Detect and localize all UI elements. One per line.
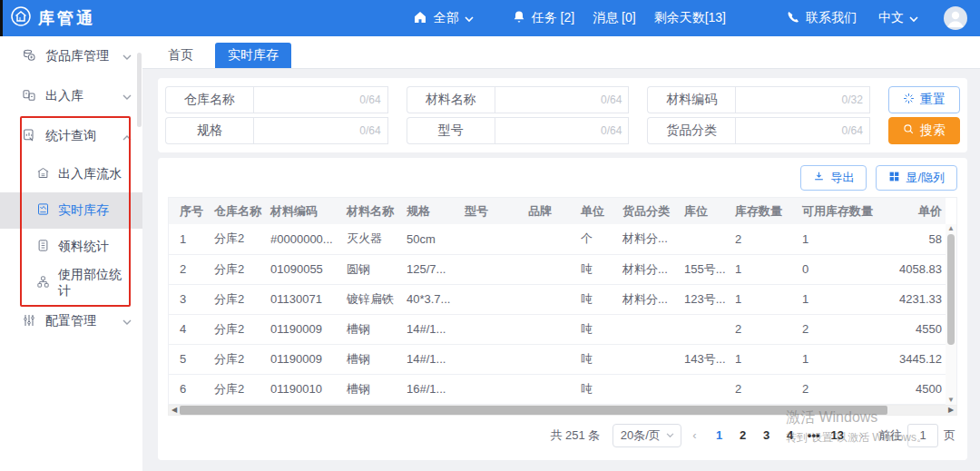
contact-us-link[interactable]: 联系我们 xyxy=(786,10,857,27)
goods-category-input[interactable] xyxy=(736,118,869,143)
table-header-cell: 材料名称 xyxy=(341,198,401,224)
table-cell: 4 xyxy=(169,314,209,344)
sidebar-item-label: 出入库 xyxy=(45,88,83,104)
table-cell xyxy=(459,344,523,374)
export-button[interactable]: 导出 xyxy=(800,165,867,191)
table-cell xyxy=(523,314,575,344)
sidebar-item-material-statistics[interactable]: 领料统计 xyxy=(0,229,142,265)
field-label: 材料名称 xyxy=(407,86,495,113)
search-label: 搜索 xyxy=(920,123,946,139)
material-name-input[interactable] xyxy=(495,87,629,113)
table-cell: 2 xyxy=(169,254,209,284)
table-cell: 分库2 xyxy=(209,344,265,374)
horizontal-scroll-thumb[interactable] xyxy=(180,406,887,415)
table-cell: 4231.33 xyxy=(884,284,946,314)
table-row[interactable]: 6分库201190010槽钢16#/1...吨224500 xyxy=(169,374,946,404)
sidebar-item-inout-flow[interactable]: 出入库流水 xyxy=(0,156,142,192)
table-cell: 分库2 xyxy=(209,254,265,284)
goto-label: 前往 xyxy=(878,427,902,444)
tab-realtime-inventory[interactable]: 实时库存 xyxy=(215,43,291,68)
table-panel: 导出 显/隐列 序号仓库名称材料编码材料名称规格型号品牌单位货品分类库位库存数量… xyxy=(158,158,967,460)
scroll-down-icon[interactable]: ▼ xyxy=(947,396,955,405)
scroll-right-icon[interactable]: ▶ xyxy=(946,406,956,414)
messages-link[interactable]: 消息 [0] xyxy=(593,10,635,26)
show-hide-columns-button[interactable]: 显/隐列 xyxy=(876,165,957,191)
table-row[interactable]: 5分库201190009槽钢14#/1...吨143号...113445.12 xyxy=(169,344,946,374)
table-row[interactable]: 3分库201130071镀锌扁铁40*3.7...吨材料分...123号...1… xyxy=(169,284,946,314)
table-cell: 槽钢 xyxy=(341,374,401,404)
scope-label: 全部 xyxy=(434,10,459,26)
vertical-scrollbar[interactable]: ▲ ▼ xyxy=(946,224,956,405)
chevron-down-icon xyxy=(465,11,474,25)
table-cell: 1 xyxy=(797,284,884,314)
grid-columns-icon xyxy=(888,171,900,185)
table-cell: 吨 xyxy=(575,284,617,314)
model-input[interactable] xyxy=(495,118,629,143)
main-content: 首页 实时库存 仓库名称 0/64 材料名称 0/64 材料编码 0/32 xyxy=(142,36,980,471)
tab-home[interactable]: 首页 xyxy=(155,43,206,68)
table-cell: 01190010 xyxy=(265,374,341,404)
sidebar-item-label: 实时库存 xyxy=(58,202,109,219)
scroll-up-icon[interactable]: ▲ xyxy=(947,224,955,233)
table-cell xyxy=(617,314,679,344)
pagination-page-2[interactable]: 2 xyxy=(731,428,755,442)
scope-selector[interactable]: 全部 xyxy=(412,9,474,28)
sidebar-item-inbound-outbound[interactable]: 出入库 xyxy=(0,76,142,116)
pagination-page-3[interactable]: 3 xyxy=(755,428,779,442)
sidebar-item-statistics-query[interactable]: 统计查询 xyxy=(0,116,142,156)
page-size-select[interactable]: 20条/页 xyxy=(612,424,681,447)
tasks-label: 任务 [2] xyxy=(532,10,574,26)
table-header-cell: 仓库名称 xyxy=(209,198,265,224)
field-label: 型号 xyxy=(407,117,495,144)
table-cell: 01090055 xyxy=(265,254,341,284)
pagination-page-1[interactable]: 1 xyxy=(708,428,731,442)
pagination-page-13[interactable]: 13 xyxy=(826,428,849,442)
sidebar-item-goods-management[interactable]: 货品库管理 xyxy=(0,36,142,76)
reset-button[interactable]: 重置 xyxy=(888,86,960,113)
table-row[interactable]: 4分库201190009槽钢14#/1...吨224550 xyxy=(169,314,946,344)
table-header-cell: 规格 xyxy=(401,198,459,224)
table-cell: 2 xyxy=(730,314,797,344)
field-label: 规格 xyxy=(165,117,253,144)
table-header-cell: 库存数量 xyxy=(730,198,797,224)
table-cell: 个 xyxy=(575,224,617,254)
table-cell: 2 xyxy=(797,314,884,344)
table-cell xyxy=(523,254,575,284)
tasks-link[interactable]: 任务 [2] xyxy=(512,9,574,27)
table-header-cell: 单价 xyxy=(884,198,946,224)
table-cell: 0 xyxy=(797,254,884,284)
field-material-name: 材料名称 0/64 xyxy=(407,86,630,113)
table-row[interactable]: 2分库201090055圆钢125/7...吨材料分...155号...1040… xyxy=(169,254,946,284)
table-header-cell: 材料编码 xyxy=(265,198,341,224)
sidebar-item-usage-statistics[interactable]: 使用部位统计 xyxy=(0,265,142,301)
scroll-left-icon[interactable]: ◀ xyxy=(169,406,180,414)
table-cell: 灭火器 xyxy=(341,224,401,254)
spec-input[interactable] xyxy=(254,118,387,143)
material-code-input[interactable] xyxy=(736,87,869,113)
goto-page-input[interactable] xyxy=(907,424,938,447)
vertical-scroll-thumb[interactable] xyxy=(947,234,955,345)
sidebar-scrollbar[interactable] xyxy=(137,53,142,127)
table-header-cell: 品牌 xyxy=(523,198,575,224)
messages-label: 消息 [0] xyxy=(593,10,635,26)
pagination-ellipsis[interactable]: ••• xyxy=(802,428,826,442)
sidebar-item-realtime-inventory[interactable]: 实时库存 xyxy=(0,192,142,229)
pagination-page-4[interactable]: 4 xyxy=(779,428,802,442)
sidebar-item-configuration[interactable]: 配置管理 xyxy=(0,301,142,341)
warehouse-name-input[interactable] xyxy=(254,87,387,113)
app-logo[interactable]: 库管通 xyxy=(10,5,95,32)
sidebar-item-label: 领料统计 xyxy=(58,239,109,255)
prev-page-button[interactable]: ‹ xyxy=(689,428,700,442)
table-row[interactable]: 1分库2#0000000...灭火器50cm个材料分...2158 xyxy=(169,224,946,254)
horizontal-scrollbar[interactable]: ◀ ▶ xyxy=(168,405,957,416)
table-header-row: 序号仓库名称材料编码材料名称规格型号品牌单位货品分类库位库存数量可用库存数量单价 xyxy=(169,198,946,224)
avatar[interactable] xyxy=(944,6,967,30)
table-cell xyxy=(617,344,679,374)
table-cell: 材料分... xyxy=(617,254,679,284)
next-page-button[interactable]: › xyxy=(857,428,867,442)
chevron-down-icon xyxy=(122,89,132,103)
search-button[interactable]: 搜索 xyxy=(888,117,960,144)
language-selector[interactable]: 中文 xyxy=(878,10,918,26)
days-left-badge: 剩余天数[13] xyxy=(654,10,726,26)
table-cell xyxy=(459,314,523,344)
